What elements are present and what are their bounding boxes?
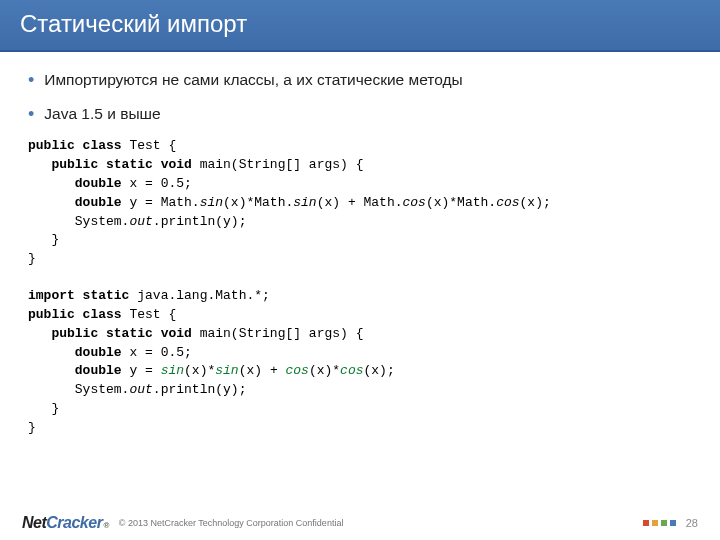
- registered-icon: ®: [103, 521, 108, 530]
- copyright-text: © 2013 NetCracker Technology Corporation…: [119, 518, 643, 528]
- brand-logo: NetCracker®: [22, 514, 109, 532]
- dot-icon: [661, 520, 667, 526]
- code-block-after: import static java.lang.Math.*; public c…: [28, 287, 692, 438]
- code-block-before: public class Test { public static void m…: [28, 137, 692, 269]
- dot-icon: [670, 520, 676, 526]
- bullet-dot-icon: •: [28, 70, 34, 92]
- bullet-text: Импортируются не сами классы, а их стати…: [44, 70, 462, 90]
- decoration-dots-icon: [643, 520, 676, 526]
- slide-title: Статический импорт: [0, 0, 720, 52]
- logo-net-text: Net: [22, 514, 46, 532]
- logo-cracker-text: Cracker: [46, 514, 102, 532]
- slide-content: • Импортируются не сами классы, а их ста…: [0, 52, 720, 438]
- bullet-item: • Java 1.5 и выше: [28, 104, 692, 126]
- bullet-item: • Импортируются не сами классы, а их ста…: [28, 70, 692, 92]
- bullet-dot-icon: •: [28, 104, 34, 126]
- footer-right: 28: [643, 517, 698, 529]
- dot-icon: [643, 520, 649, 526]
- dot-icon: [652, 520, 658, 526]
- bullet-text: Java 1.5 и выше: [44, 104, 160, 124]
- page-number: 28: [686, 517, 698, 529]
- slide-footer: NetCracker® © 2013 NetCracker Technology…: [0, 514, 720, 532]
